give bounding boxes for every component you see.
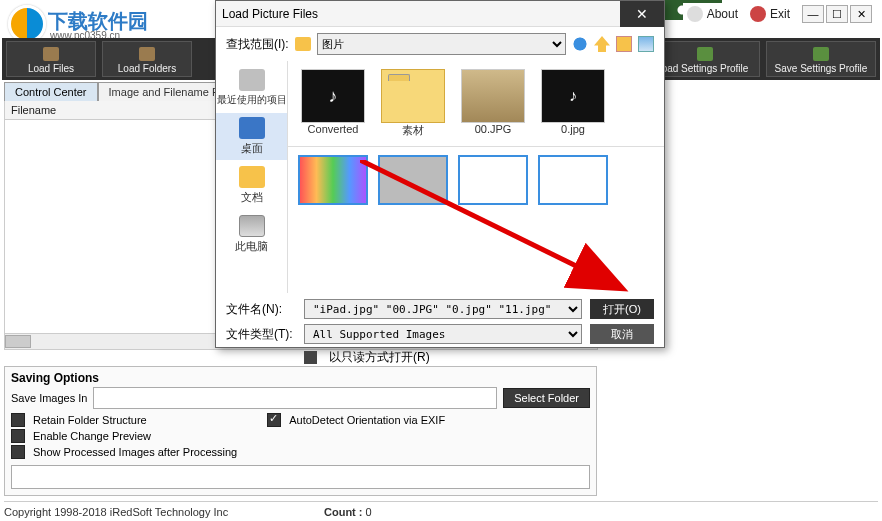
load-settings-button[interactable]: oad Settings Profile (650, 41, 760, 77)
lookin-select[interactable]: 图片 (317, 33, 566, 55)
file-item[interactable] (378, 155, 448, 205)
file-grid-top: ♪Converted 素材 00.JPG ♪0.jpg (288, 61, 664, 147)
file-item[interactable]: 00.JPG (458, 69, 528, 138)
settings-icon (697, 47, 713, 61)
file-item[interactable] (538, 155, 608, 205)
file-grid-bottom (288, 147, 664, 213)
autodetect-checkbox[interactable] (267, 413, 281, 427)
recent-icon (239, 69, 265, 91)
close-button[interactable]: ✕ (850, 5, 872, 23)
new-folder-icon[interactable] (616, 36, 632, 52)
exit-button[interactable]: Exit (750, 6, 790, 22)
save-settings-button[interactable]: Save Settings Profile (766, 41, 876, 77)
about-button[interactable]: About (687, 6, 738, 22)
preview-checkbox[interactable] (11, 429, 25, 443)
file-item[interactable]: ♪0.jpg (538, 69, 608, 138)
place-documents[interactable]: 文档 (216, 162, 287, 209)
thumbnail-icon: ♪ (301, 69, 365, 123)
place-recent-label: 最近使用的项目 (217, 93, 287, 107)
place-docs-label: 文档 (241, 190, 263, 205)
file-label: Converted (308, 123, 359, 135)
bottom-input[interactable] (11, 465, 590, 489)
back-icon[interactable] (572, 36, 588, 52)
readonly-label: 以只读方式打开(R) (329, 349, 430, 366)
show-after-label: Show Processed Images after Processing (33, 446, 237, 458)
file-label: 0.jpg (561, 123, 585, 135)
exit-label: Exit (770, 7, 790, 21)
count-value: 0 (366, 506, 372, 518)
filetype-label: 文件类型(T): (226, 326, 296, 343)
about-label: About (707, 7, 738, 21)
saving-options-panel: Saving Options Save Images In Select Fol… (4, 366, 597, 496)
file-item[interactable] (298, 155, 368, 205)
saving-title: Saving Options (11, 371, 590, 385)
load-folders-label: Load Folders (118, 63, 176, 74)
count-label: Count : (324, 506, 362, 518)
pc-icon (239, 215, 265, 237)
file-item[interactable] (458, 155, 528, 205)
place-recent[interactable]: 最近使用的项目 (216, 65, 287, 111)
filetype-select[interactable]: All Supported Images (304, 324, 582, 344)
minimize-button[interactable]: — (802, 5, 824, 23)
dialog-close-button[interactable]: ✕ (620, 1, 664, 27)
folder-icon (295, 37, 311, 51)
filename-input[interactable]: "iPad.jpg" "00.JPG" "0.jpg" "11.jpg" (304, 299, 582, 319)
open-button[interactable]: 打开(O) (590, 299, 654, 319)
open-file-dialog: Load Picture Files ✕ 查找范围(I): 图片 最近使用的项目… (215, 0, 665, 348)
load-files-button[interactable]: Load Files (6, 41, 96, 77)
folder-icon (43, 47, 59, 61)
select-folder-button[interactable]: Select Folder (503, 388, 590, 408)
file-item[interactable]: 素材 (378, 69, 448, 138)
place-pc-label: 此电脑 (235, 239, 268, 254)
autodetect-label: AutoDetect Orientation via EXIF (289, 414, 445, 426)
place-desktop[interactable]: 桌面 (216, 113, 287, 160)
preview-label: Enable Change Preview (33, 430, 151, 442)
settings-icon (813, 47, 829, 61)
up-icon[interactable] (594, 36, 610, 52)
retain-label: Retain Folder Structure (33, 414, 147, 426)
file-label: 素材 (402, 123, 424, 138)
file-label: 00.JPG (475, 123, 512, 135)
cancel-button[interactable]: 取消 (590, 324, 654, 344)
exit-icon (750, 6, 766, 22)
show-after-checkbox[interactable] (11, 445, 25, 459)
tab-control-center[interactable]: Control Center (4, 82, 98, 101)
save-path-input[interactable] (93, 387, 497, 409)
folder-icon (381, 69, 445, 123)
folder-icon (139, 47, 155, 61)
scroll-thumb[interactable] (5, 335, 31, 348)
place-desktop-label: 桌面 (241, 141, 263, 156)
documents-icon (239, 166, 265, 188)
info-icon (687, 6, 703, 22)
copyright-text: Copyright 1998-2018 iRedSoft Technology … (4, 506, 228, 518)
file-item[interactable]: ♪Converted (298, 69, 368, 138)
view-menu-icon[interactable] (638, 36, 654, 52)
load-settings-label: oad Settings Profile (662, 63, 749, 74)
lookin-label: 查找范围(I): (226, 36, 289, 53)
save-settings-label: Save Settings Profile (775, 63, 868, 74)
thumbnail-icon: ♪ (541, 69, 605, 123)
filename-label: 文件名(N): (226, 301, 296, 318)
readonly-checkbox[interactable] (304, 351, 317, 364)
load-folders-button[interactable]: Load Folders (102, 41, 192, 77)
desktop-icon (239, 117, 265, 139)
save-in-label: Save Images In (11, 392, 87, 404)
place-thispc[interactable]: 此电脑 (216, 211, 287, 258)
maximize-button[interactable]: ☐ (826, 5, 848, 23)
load-files-label: Load Files (28, 63, 74, 74)
thumbnail-icon (461, 69, 525, 123)
dialog-title: Load Picture Files (216, 1, 664, 27)
retain-checkbox[interactable] (11, 413, 25, 427)
